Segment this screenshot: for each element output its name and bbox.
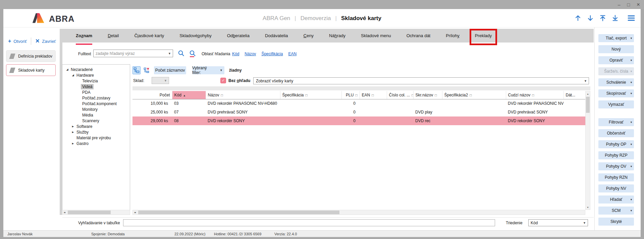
tree-item-nezaradene[interactable]: Nezaradené [62,67,129,72]
chevron-down-icon[interactable]: ▼ [630,92,633,95]
scope-link-nazov[interactable]: Názov [245,52,256,56]
action-button-filtrovat[interactable]: Filtrovať▼ [598,118,634,126]
fulltext-input[interactable] [94,51,166,56]
chevron-down-icon[interactable]: ▼ [630,59,633,62]
grid-vscrollbar[interactable] [585,91,590,210]
tree-item-software[interactable]: Software [62,124,129,129]
action-button-pohyby-rzn[interactable]: Pohyby RZN [598,173,634,181]
scroll-right-icon[interactable] [62,210,67,215]
tree-hscrollbar[interactable] [62,210,130,215]
column-header-ean[interactable]: EAN [360,91,387,99]
open-button[interactable]: + Otvoriť [8,38,27,44]
arrow-down-icon[interactable] [587,14,594,22]
show-cards-dropdown[interactable]: Zobraziť všetky karty ▼ [253,77,589,84]
search-icon[interactable] [178,50,184,58]
grid-hscrollbar[interactable] [132,210,585,215]
tab-ceny[interactable]: Ceny [304,29,314,43]
sidebar-item-definicia-prekladov[interactable]: Definícia prekladov [6,50,56,62]
record-count-button[interactable]: Počet záznamov [154,66,186,74]
action-button-pohyby-rzp[interactable]: Pohyby RZP [598,151,634,159]
action-button-opravit[interactable]: Opraviť▼ [598,56,634,64]
tree-expanded-icon[interactable] [65,68,69,71]
chevron-down-icon[interactable]: ▼ [630,70,633,73]
tree-item-pocitac-komponent[interactable]: Počítač.komponent [62,101,129,106]
column-header-nazov[interactable]: Názov [206,91,280,99]
tree-item-pocitac-zostavy[interactable]: Počítač.zostavy [62,95,129,101]
chevron-down-icon[interactable]: ▼ [630,81,633,84]
action-button-skopirovat[interactable]: Skopírovať▼ [598,89,634,97]
minimize-icon[interactable]: – [618,2,621,7]
tab-preklady[interactable]: Preklady [475,29,492,43]
tree-item-material-pre-vyrobu[interactable]: Materiál pre výrobu [62,135,129,141]
tree-item-media[interactable]: Média [62,112,129,118]
warehouse-dropdown[interactable]: ▼ [152,77,169,84]
column-filter-icon[interactable] [221,93,223,97]
chevron-down-icon[interactable]: ▼ [630,209,633,212]
column-filter-icon[interactable] [532,93,534,97]
tree-filter-icon[interactable] [143,66,151,74]
sort-dropdown[interactable]: Kód ▼ [528,219,588,226]
tree-expanded-icon[interactable] [71,74,75,77]
regardless-checkbox[interactable]: ✓ [220,78,226,83]
table-row[interactable]: 25,000 ks07DVD prehrávač SONY0DVD playDV… [132,108,585,116]
tree-collapsed-icon[interactable] [71,142,75,145]
tab-prilohy[interactable]: Prílohy [446,29,459,43]
action-button-scm[interactable]: SCM▼ [598,207,634,215]
column-header-kod[interactable]: Kód [172,91,206,99]
regardless-label[interactable]: Bez ohľadu [228,78,250,83]
action-button-schvalenie[interactable]: Schválenie▼ [598,78,634,86]
action-button-pohyby-ov[interactable]: Pohyby OV▼ [598,162,634,170]
column-filter-icon[interactable] [435,93,437,97]
column-header-dat[interactable]: Dát... [564,91,585,99]
column-header-specifikacia[interactable]: Špecifikácia [280,91,341,99]
chevron-down-icon[interactable]: ▼ [630,37,633,40]
chevron-down-icon[interactable]: ▼ [630,198,633,201]
column-filter-icon[interactable] [306,93,308,97]
search-highlight-icon[interactable] [189,50,196,58]
tree-item-gastro[interactable]: Gastro [62,141,129,146]
column-filter-icon[interactable] [355,93,357,97]
tab-ciastkove-karty[interactable]: Čiastkové karty [134,29,164,43]
column-filter-icon[interactable] [412,93,413,97]
arrow-first-icon[interactable] [599,14,606,22]
tree-item-hardware[interactable]: Hardware [62,72,129,78]
tree-item-monitory[interactable]: Monitory [62,106,129,112]
tree-collapsed-icon[interactable] [71,131,75,134]
chevron-down-icon[interactable]: ▼ [166,52,173,55]
chevron-down-icon[interactable]: ▼ [630,165,633,168]
tab-ochrana-dat[interactable]: Ochrana dát [407,29,431,43]
column-filter-icon[interactable] [372,93,374,97]
action-button-skryte[interactable]: Skryté [598,218,634,226]
scrollbar-thumb[interactable] [138,211,339,214]
arrow-up-icon[interactable] [574,14,582,22]
action-button-novy[interactable]: Nový [598,45,634,53]
close-button[interactable]: ✕ Zavrieť [35,38,56,44]
tree-item-scannery[interactable]: Scannery [62,118,129,124]
scroll-right-icon[interactable] [133,210,138,215]
selected-filter-dropdown[interactable]: Vybraný filter: ▼ [192,66,224,74]
tab-detail[interactable]: Detail [108,29,119,43]
table-row[interactable]: 10,000 ks03DVD rekordér PANASONIC NV-HD6… [132,99,585,108]
sidebar-item-skladove-karty[interactable]: Skladové karty [6,64,56,76]
scope-link-kod[interactable]: Kód [232,52,239,56]
action-button-pohyby-op[interactable]: Pohyby OP▼ [598,140,634,148]
tab-skladove-menu[interactable]: Skladové menu [361,29,391,43]
scrollbar-thumb[interactable] [68,211,111,214]
column-header-plu[interactable]: PLU [341,91,360,99]
action-button-obcerstvit[interactable]: Občerstviť [598,129,634,137]
close-icon[interactable]: × [637,2,640,7]
scope-link-specifikacia[interactable]: Špecifikácia [261,52,283,56]
table-search-input[interactable] [123,219,495,226]
window-titlebar[interactable]: –□× [0,0,644,9]
tab-odberatelia[interactable]: Odberatelia [227,29,250,43]
column-header-cudzi-nazov[interactable]: Cudzí názov [506,91,564,99]
table-row[interactable]: 29,000 ks08DVD rekordér SONY0DVD recDVD … [132,116,585,125]
action-button-pohyby-nv[interactable]: Pohyby NV [598,184,634,192]
maximize-icon[interactable]: □ [627,2,630,7]
tab-dodavatelia[interactable]: Dodávatelia [265,29,288,43]
menu-icon[interactable] [627,14,635,22]
column-header-skr-nazov[interactable]: Skr.názov [413,91,442,99]
chevron-down-icon[interactable]: ▼ [630,121,633,124]
scrollbar-thumb[interactable] [586,97,590,113]
tab-nahrady[interactable]: Náhrady [329,29,345,43]
